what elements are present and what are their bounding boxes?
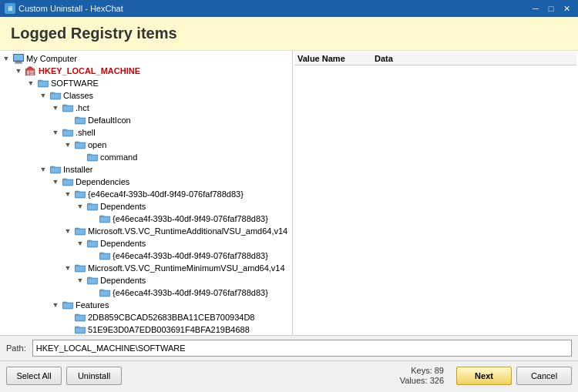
header-banner: Logged Registry items — [0, 17, 578, 51]
path-input[interactable] — [32, 340, 572, 357]
tree-item-label: Classes — [63, 91, 93, 100]
tree-item-label: command — [100, 152, 137, 162]
svg-rect-47 — [76, 230, 85, 234]
folder-icon — [37, 78, 49, 89]
tree-item-label: SOFTWARE — [51, 79, 99, 88]
next-button[interactable]: Next — [456, 367, 512, 385]
tree-item[interactable]: 2DB859CBCAD52683BBA11CEB700934D8 — [0, 311, 292, 323]
values-stat: Values: 326 — [400, 376, 444, 385]
folder-icon — [74, 312, 86, 323]
tree-item[interactable]: ▼ Features — [0, 299, 292, 311]
tree-expander[interactable]: ▼ — [62, 227, 74, 235]
tree-expander[interactable]: ▼ — [74, 203, 86, 210]
tree-item[interactable]: {e46eca4f-393b-40df-9f49-076faf788d83} — [0, 213, 292, 225]
folder-icon — [99, 213, 111, 224]
svg-rect-23 — [63, 131, 72, 136]
title-bar: 🖥 Custom Uninstall - HexChat ─ □ ✕ — [0, 0, 578, 17]
tree-item[interactable]: 51E9E3D0A7EDB003691F4BFA219B4688 — [0, 323, 292, 335]
folder-icon — [62, 176, 74, 187]
tree-item-label: Microsoft.VS.VC_RuntimeAdditionalVSU_amd… — [88, 226, 287, 236]
maximize-button[interactable]: □ — [544, 2, 558, 15]
svg-rect-29 — [88, 156, 97, 160]
page-title: Logged Registry items — [11, 25, 177, 42]
tree-item[interactable]: DefaultIcon — [0, 114, 292, 126]
tree-item[interactable]: ▼ Installer — [0, 163, 292, 176]
tree-expander[interactable]: ▼ — [25, 79, 37, 87]
tree-item-label: My Computer — [26, 54, 77, 63]
tree-item[interactable]: ▼ Dependencies — [0, 176, 292, 188]
folder-icon — [99, 287, 111, 298]
folder-icon — [74, 226, 86, 236]
tree-item[interactable]: ▼ Dependents — [0, 274, 292, 286]
tree-item[interactable]: ▼ .shell — [0, 126, 292, 139]
tree-item[interactable]: {e46eca4f-393b-40df-9f49-076faf788d83} — [0, 250, 292, 262]
minimize-button[interactable]: ─ — [529, 2, 543, 15]
folder-icon — [99, 250, 111, 261]
folder-icon — [49, 90, 62, 101]
tree-item[interactable]: ▼ My Computer — [0, 52, 292, 65]
tree-expander[interactable]: ▼ — [62, 141, 74, 149]
svg-rect-6 — [27, 71, 29, 75]
tree-item-label: Dependents — [100, 202, 146, 211]
tree-item[interactable]: ▼ {e46eca4f-393b-40df-9f49-076faf788d83} — [0, 188, 292, 200]
keys-stat: Keys: 89 — [400, 366, 444, 375]
tree-item[interactable]: ▼ Classes — [0, 89, 292, 102]
tree-item-label: Features — [76, 300, 109, 310]
folder-icon — [25, 65, 37, 76]
svg-rect-35 — [63, 180, 72, 185]
tree-item-label: Dependencies — [76, 177, 129, 186]
tree-item[interactable]: ▼ Microsoft.VS.VC_RuntimeAdditionalVSU_a… — [0, 225, 292, 237]
svg-rect-41 — [88, 205, 97, 209]
folder-icon — [86, 238, 99, 249]
tree-item-label: Dependents — [100, 276, 146, 285]
tree-item-label: {e46eca4f-393b-40df-9f49-076faf788d83} — [113, 288, 268, 297]
tree-expander[interactable]: ▼ — [37, 166, 49, 173]
col-data-header: Data — [375, 54, 573, 63]
tree-expander[interactable]: ▼ — [49, 178, 62, 186]
tree-expander[interactable]: ▼ — [74, 276, 86, 284]
tree-item[interactable]: command — [0, 151, 292, 163]
close-button[interactable]: ✕ — [560, 2, 573, 15]
tree-item-label: 51E9E3D0A7EDB003691F4BFA219B4688 — [88, 325, 250, 334]
tree-expander[interactable]: ▼ — [74, 240, 86, 247]
tree-item-label: {e46eca4f-393b-40df-9f49-076faf788d83} — [113, 214, 268, 223]
svg-rect-59 — [88, 279, 97, 283]
svg-rect-71 — [76, 328, 85, 333]
tree-expander[interactable]: ▼ — [62, 264, 74, 272]
folder-icon — [74, 139, 86, 150]
svg-rect-68 — [76, 316, 85, 320]
svg-rect-2 — [15, 62, 22, 63]
folder-icon — [74, 189, 86, 199]
uninstall-button[interactable]: Uninstall — [66, 367, 122, 385]
tree-item[interactable]: ▼ HKEY_LOCAL_MACHINE — [0, 65, 292, 77]
select-all-button[interactable]: Select All — [6, 367, 62, 385]
svg-rect-56 — [76, 266, 85, 271]
tree-item[interactable]: ▼ Dependents — [0, 237, 292, 250]
tree-item[interactable]: ▼ Microsoft.VS.VC_RuntimeMinimumVSU_amd6… — [0, 262, 292, 274]
folder-icon — [86, 152, 99, 162]
folder-icon — [86, 201, 99, 212]
tree-item-label: Dependents — [100, 239, 146, 248]
tree-expander[interactable]: ▼ — [49, 301, 62, 309]
tree-item[interactable]: ▼ Dependents — [0, 200, 292, 213]
tree-item[interactable]: ▼ open — [0, 139, 292, 151]
svg-rect-11 — [39, 82, 48, 86]
window-title: Custom Uninstall - HexChat — [18, 4, 123, 13]
tree-expander[interactable]: ▼ — [49, 129, 62, 136]
svg-rect-26 — [76, 143, 85, 148]
folder-icon — [12, 53, 25, 64]
cancel-button[interactable]: Cancel — [516, 367, 572, 385]
tree-item-label: open — [88, 140, 106, 149]
tree-expander[interactable]: ▼ — [62, 190, 74, 198]
tree-item[interactable]: {e46eca4f-393b-40df-9f49-076faf788d83} — [0, 286, 292, 299]
tree-expander[interactable]: ▼ — [12, 67, 25, 75]
tree-item[interactable]: ▼ SOFTWARE — [0, 77, 292, 89]
tree-expander[interactable]: ▼ — [49, 104, 62, 112]
action-bar: Select All Uninstall Keys: 89 Values: 32… — [0, 361, 578, 390]
tree-item[interactable]: ▼ .hct — [0, 102, 292, 114]
svg-rect-32 — [51, 168, 60, 173]
folder-icon — [74, 263, 86, 273]
folder-icon — [62, 300, 74, 310]
tree-expander[interactable]: ▼ — [37, 92, 49, 99]
tree-expander[interactable]: ▼ — [0, 55, 12, 62]
